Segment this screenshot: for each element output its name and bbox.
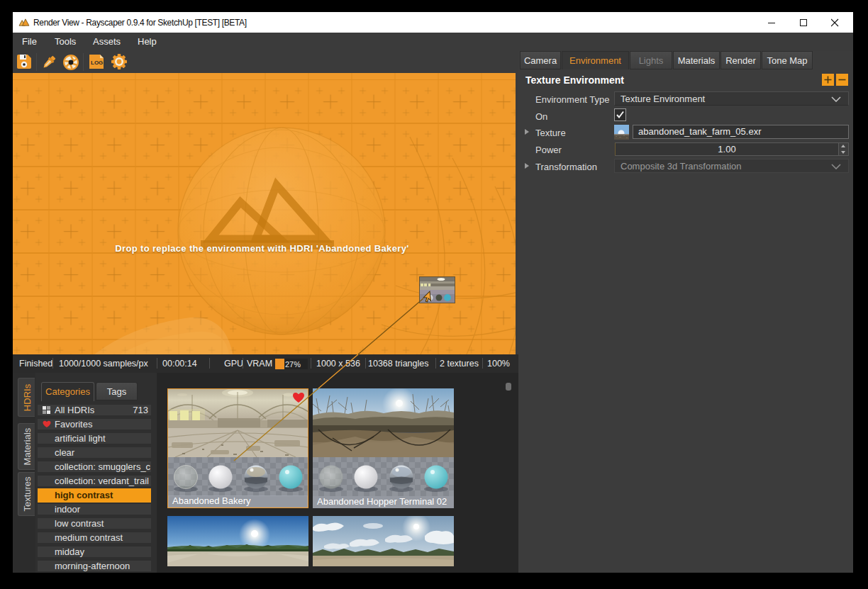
svg-text:LOG: LOG [91,60,103,66]
